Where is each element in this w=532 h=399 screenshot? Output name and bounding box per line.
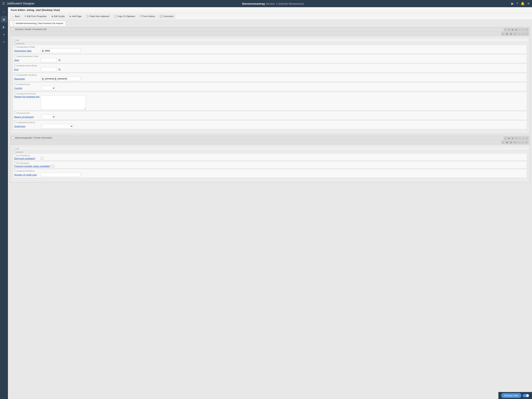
sidebar-icon-tree[interactable]: ⊞	[1, 16, 7, 23]
field-transport-checkbox[interactable]	[14, 112, 16, 114]
section1-ctrl-7[interactable]: +	[525, 28, 529, 31]
reason-label[interactable]: Reason for business trip	[14, 95, 39, 98]
inner-btn-6[interactable]: ↓	[521, 32, 525, 36]
bahncard-checkbox[interactable]	[41, 157, 43, 160]
country-label[interactable]: Country	[14, 87, 39, 89]
section2-ctrl-5[interactable]: ↑	[518, 137, 521, 140]
inner-btn-5[interactable]: ↑	[517, 32, 521, 36]
field-creditcard-meta: creditcard [Textbox]	[14, 170, 526, 172]
paste-from-clipboard-button[interactable]: 📋 Paste from clipboard	[84, 14, 111, 19]
copy-to-clipboard-button[interactable]: 📋 Copy To Clipboard	[112, 14, 137, 19]
section2-inner-btn-5[interactable]: ↑	[517, 140, 521, 144]
inner-btn-1[interactable]: □	[501, 32, 505, 36]
supervisor-label[interactable]: Supervisor	[14, 125, 39, 128]
end-label[interactable]: End	[14, 68, 39, 71]
bell-icon[interactable]: 🔔	[521, 2, 525, 6]
end-calendar-icon[interactable]: ⊞	[58, 68, 61, 71]
field-reason-meta-text: reisegrund [Textarea]	[17, 93, 36, 95]
end-date-input[interactable]	[41, 67, 57, 71]
brand-suffix: Designer	[22, 2, 34, 5]
field-creditcard-checkbox-meta[interactable]	[14, 170, 16, 172]
section1-checkbox[interactable]	[12, 28, 14, 30]
help-icon[interactable]: ?	[516, 2, 518, 6]
inner-btn-7[interactable]: +	[525, 32, 529, 36]
column10-checkbox[interactable]	[13, 42, 15, 44]
section1-ctrl-5[interactable]: ↑	[518, 28, 521, 31]
submission-date-input[interactable]	[41, 49, 80, 53]
tab-start-trip[interactable]: startdienstreiseantrag | Start business …	[10, 21, 66, 26]
section1-ctrl-6[interactable]: ↓	[522, 28, 525, 31]
section2-ctrl-2[interactable]: ⊞	[507, 137, 511, 140]
bahncard-label: Bahncard available?	[14, 157, 39, 160]
field-antragsdatum-checkbox[interactable]	[14, 46, 16, 48]
section1-ctrl-1[interactable]: □	[504, 28, 507, 31]
section1-ctrl-3[interactable]: ⊞	[511, 28, 514, 31]
add-page-button[interactable]: ⊕ Add Page	[67, 14, 83, 19]
edit-form-props-label: Edit Form Properties	[27, 15, 47, 18]
back-button[interactable]: ← Back	[10, 14, 22, 19]
section2-checkbox[interactable]	[12, 137, 14, 139]
field-country-meta: reiseland [List]	[14, 83, 526, 85]
requester-label[interactable]: Requester	[14, 77, 39, 80]
field-supervisor-checkbox[interactable]	[14, 121, 16, 123]
sidebar-icon-docs[interactable]: ≡	[1, 39, 7, 45]
field-start-checkbox[interactable]	[14, 55, 16, 57]
sidebar-icon-home[interactable]: ⌂	[1, 9, 7, 15]
section2-header: datenantragsteller | Further information…	[10, 136, 530, 140]
hamburger-icon[interactable]: ☰	[2, 2, 5, 6]
transport-select[interactable]: -	[41, 115, 55, 119]
supervisor-select[interactable]: -	[41, 124, 73, 128]
comments-button[interactable]: 💬 Comments	[158, 14, 175, 19]
section2-inner-btn-1[interactable]: □	[501, 140, 505, 144]
section2-inner-btn-4[interactable]: ✎	[513, 140, 517, 144]
section2-inner-toolbar: □ ⊞ ⊟ ✎ ↑ ↓ +	[10, 140, 530, 145]
field-requester-row: Requester	[14, 76, 526, 81]
sidebar-icon-settings[interactable]: ✦	[1, 31, 7, 38]
section2-ctrl-6[interactable]: ↓	[522, 137, 525, 140]
copy-label: Copy To Clipboard	[117, 15, 135, 18]
section2-ctrl-7[interactable]: +	[525, 137, 529, 140]
start-label[interactable]: Start	[14, 59, 39, 62]
start-calendar-icon[interactable]: ⊞	[58, 59, 61, 62]
transport-label[interactable]: Means of transport	[14, 116, 39, 118]
edit-form-properties-button[interactable]: ✎ Edit Form Properties	[22, 14, 49, 19]
section2-inner-btn-2[interactable]: ⊞	[505, 140, 509, 144]
reason-textarea[interactable]	[41, 95, 86, 110]
field-country-checkbox[interactable]	[14, 83, 16, 85]
section2-ctrl-4[interactable]: ✎	[515, 137, 518, 140]
frequent-checkbox[interactable]	[52, 165, 54, 167]
row1-checkbox[interactable]	[12, 148, 14, 150]
form-history-button[interactable]: ⏱ Form History	[138, 14, 157, 19]
tab-checkbox[interactable]	[13, 22, 15, 25]
inner-btn-3[interactable]: ⊟	[509, 32, 513, 36]
field-requester-checkbox[interactable]	[14, 74, 16, 76]
creditcard-input[interactable]	[41, 172, 80, 177]
play-icon[interactable]: ▶	[511, 2, 514, 6]
submission-date-label[interactable]: Submission date	[14, 50, 39, 52]
field-bahncard-checkbox-meta[interactable]	[14, 154, 16, 157]
section2-ctrl-3[interactable]: ⊟	[511, 137, 514, 140]
desktop-view-button[interactable]: Desktop View	[501, 393, 521, 398]
column4-checkbox[interactable]	[13, 151, 15, 153]
field-frequent-checkbox-meta[interactable]	[14, 162, 16, 164]
row4-checkbox[interactable]	[12, 39, 14, 41]
inner-btn-4[interactable]: ✎	[513, 32, 517, 36]
section2-ctrl-1[interactable]: □	[504, 137, 507, 140]
requester-input[interactable]	[41, 76, 80, 81]
country-select[interactable]: -	[41, 86, 55, 90]
section2-inner-btn-6[interactable]: ↓	[521, 140, 525, 144]
field-end-checkbox[interactable]	[14, 64, 16, 67]
section2-inner-btn-7[interactable]: +	[525, 140, 529, 144]
desktop-view-toggle[interactable]	[523, 394, 529, 397]
start-date-input[interactable]	[41, 58, 57, 62]
field-reason-checkbox[interactable]	[14, 93, 16, 95]
inner-btn-2[interactable]: ⊞	[505, 32, 509, 36]
edit-scripts-button[interactable]: ⊕ Edit Scripts	[50, 14, 67, 19]
section1-ctrl-4[interactable]: ⊟	[515, 28, 518, 31]
section2-inner-btn-3[interactable]: ⊟	[509, 140, 513, 144]
close-icon[interactable]: ✕	[527, 2, 530, 6]
column10-text: column10	[16, 42, 25, 44]
field-requester: antragsteller [Textbox] Requester	[13, 73, 527, 82]
sidebar-icon-layers[interactable]: ◧	[1, 24, 7, 30]
section1-ctrl-2[interactable]: ✎	[507, 28, 511, 31]
